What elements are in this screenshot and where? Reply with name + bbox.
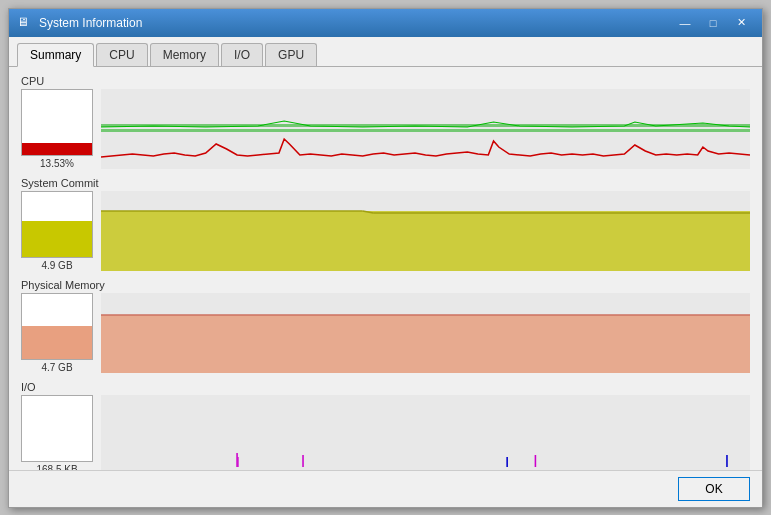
svg-rect-11 — [101, 395, 750, 470]
cpu-section: CPU 13.53% — [21, 75, 750, 169]
commit-section: System Commit 4.9 GB — [21, 177, 750, 271]
memory-section: Physical Memory 4.7 GB — [21, 279, 750, 373]
commit-label: System Commit — [21, 177, 750, 189]
memory-main-chart — [101, 293, 750, 373]
tab-summary[interactable]: Summary — [17, 43, 94, 67]
window-title: System Information — [39, 16, 672, 30]
cpu-mini-chart — [21, 89, 93, 156]
minimize-button[interactable]: — — [672, 13, 698, 33]
tab-memory[interactable]: Memory — [150, 43, 219, 66]
window-controls: — □ ✕ — [672, 13, 754, 33]
cpu-main-chart — [101, 89, 750, 169]
commit-row: 4.9 GB — [21, 191, 750, 271]
commit-mini-chart — [21, 191, 93, 258]
svg-rect-9 — [101, 315, 750, 373]
commit-main-chart — [101, 191, 750, 271]
memory-label: Physical Memory — [21, 279, 750, 291]
memory-row: 4.7 GB — [21, 293, 750, 373]
close-button[interactable]: ✕ — [728, 13, 754, 33]
memory-value: 4.7 GB — [41, 362, 72, 373]
tab-gpu[interactable]: GPU — [265, 43, 317, 66]
tab-bar: Summary CPU Memory I/O GPU — [9, 37, 762, 67]
commit-value: 4.9 GB — [41, 260, 72, 271]
io-main-chart — [101, 395, 750, 470]
svg-rect-2 — [101, 129, 750, 132]
tab-io[interactable]: I/O — [221, 43, 263, 66]
svg-rect-4 — [101, 211, 750, 271]
memory-mini-chart — [21, 293, 93, 360]
main-content: CPU 13.53% — [9, 67, 762, 470]
main-window: 🖥 System Information — □ ✕ Summary CPU M… — [8, 8, 763, 508]
footer: OK — [9, 470, 762, 507]
ok-button[interactable]: OK — [678, 477, 750, 501]
io-mini-chart — [21, 395, 93, 462]
cpu-value: 13.53% — [40, 158, 74, 169]
window-icon: 🖥 — [17, 15, 33, 31]
tab-cpu[interactable]: CPU — [96, 43, 147, 66]
io-row: 168.5 KB — [21, 395, 750, 470]
maximize-button[interactable]: □ — [700, 13, 726, 33]
io-label: I/O — [21, 381, 750, 393]
cpu-label: CPU — [21, 75, 750, 87]
title-bar: 🖥 System Information — □ ✕ — [9, 9, 762, 37]
cpu-row: 13.53% — [21, 89, 750, 169]
io-section: I/O 168.5 KB — [21, 381, 750, 470]
